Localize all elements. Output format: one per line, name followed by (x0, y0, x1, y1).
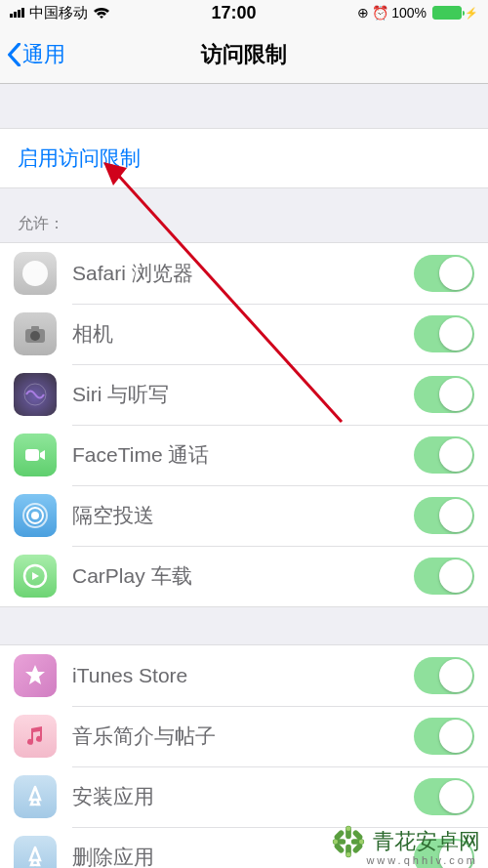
row-facetime: FaceTime 通话 (0, 425, 488, 485)
airdrop-icon (14, 494, 57, 537)
row-label: 相机 (72, 320, 414, 348)
svg-rect-3 (31, 326, 39, 330)
siri-icon (14, 373, 57, 416)
row-install: 安装应用 (0, 766, 488, 827)
wifi-icon (93, 7, 110, 20)
toggle-safari[interactable] (414, 255, 474, 292)
battery-pct: 100% (391, 5, 427, 21)
carplay-icon (14, 555, 57, 598)
allow-section-header: 允许： (0, 188, 488, 242)
toggle-facetime[interactable] (414, 436, 474, 474)
status-bar: 中国移动 17:00 ⊕ ⏰ 100% ⚡ (0, 0, 488, 25)
svg-point-22 (346, 852, 351, 857)
row-label: 安装应用 (72, 783, 414, 810)
svg-point-21 (346, 826, 351, 831)
toggle-camera[interactable] (414, 315, 474, 352)
watermark-logo-icon (330, 823, 367, 860)
back-label: 通用 (22, 40, 65, 69)
row-siri: Siri 与听写 (0, 364, 488, 425)
signal-icon (10, 8, 24, 18)
svg-point-20 (359, 840, 364, 845)
toggle-itunes[interactable] (414, 657, 474, 694)
row-label: Safari 浏览器 (72, 260, 414, 287)
svg-point-6 (31, 512, 39, 519)
row-label: FaceTime 通话 (72, 441, 414, 469)
row-label: Siri 与听写 (72, 381, 414, 408)
watermark-url: www.qhhlv.com (366, 854, 478, 866)
row-airdrop: 隔空投送 (0, 485, 488, 546)
toggle-music[interactable] (414, 718, 474, 755)
row-label: 隔空投送 (72, 502, 414, 529)
svg-point-0 (22, 261, 48, 286)
status-time: 17:00 (212, 3, 257, 23)
svg-rect-5 (25, 449, 39, 461)
alarm-icon: ⏰ (372, 5, 388, 21)
enable-restrictions-button[interactable]: 启用访问限制 (0, 128, 488, 188)
status-right: ⊕ ⏰ 100% ⚡ (357, 5, 478, 21)
svg-point-2 (30, 331, 40, 341)
svg-point-19 (333, 840, 338, 845)
safari-icon (14, 252, 57, 295)
row-itunes: iTunes Store (0, 645, 488, 706)
toggle-airdrop[interactable] (414, 497, 474, 534)
enable-label: 启用访问限制 (18, 146, 141, 169)
toggle-carplay[interactable] (414, 558, 474, 595)
row-carplay: CarPlay 车载 (0, 546, 488, 606)
battery-icon (432, 6, 462, 20)
charging-icon: ⚡ (465, 7, 478, 20)
toggle-siri[interactable] (414, 376, 474, 413)
status-left: 中国移动 (10, 4, 110, 22)
chevron-left-icon (6, 43, 21, 66)
row-camera: 相机 (0, 304, 488, 364)
carrier-label: 中国移动 (29, 4, 88, 22)
row-label: iTunes Store (72, 664, 414, 687)
appstore-install-icon (14, 775, 57, 818)
toggle-install[interactable] (414, 778, 474, 815)
appstore-delete-icon (14, 836, 57, 868)
row-label: CarPlay 车载 (72, 562, 414, 590)
camera-icon (14, 312, 57, 355)
back-button[interactable]: 通用 (0, 40, 65, 69)
nav-bar: 通用 访问限制 (0, 25, 488, 84)
page-title: 访问限制 (0, 40, 488, 69)
rotation-lock-icon: ⊕ (357, 5, 369, 21)
allow-group-1: Safari 浏览器 相机 Siri 与听写 FaceTime 通话 隔空投送 (0, 242, 488, 607)
itunes-store-icon (14, 654, 57, 697)
row-safari: Safari 浏览器 (0, 243, 488, 304)
row-music: 音乐简介与帖子 (0, 706, 488, 766)
music-icon (14, 715, 57, 758)
facetime-icon (14, 434, 57, 476)
row-label: 音乐简介与帖子 (72, 723, 414, 750)
watermark-brand: 青花安卓网 (373, 827, 480, 856)
